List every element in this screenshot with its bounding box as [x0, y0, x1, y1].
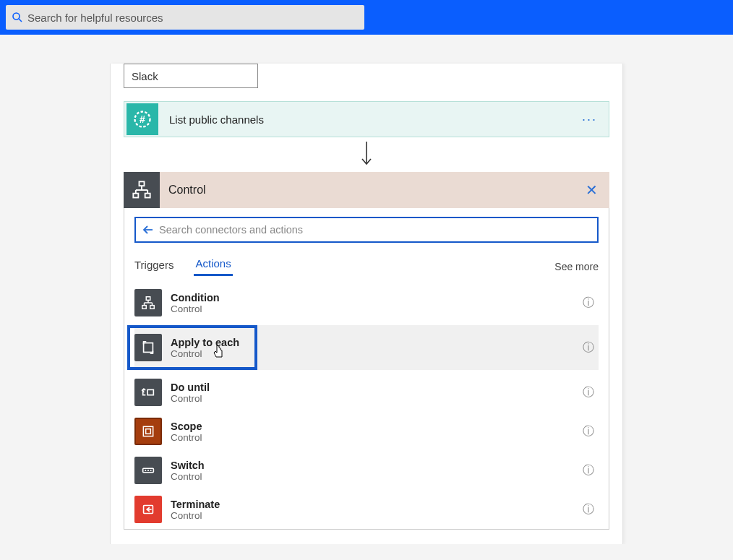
control-panel-header: Control ✕	[124, 172, 609, 208]
svg-text:#: #	[140, 113, 145, 125]
tab-actions[interactable]: Actions	[194, 257, 232, 276]
svg-rect-10	[133, 194, 138, 198]
action-text: Do until Control	[171, 382, 578, 404]
action-sub: Control	[171, 432, 578, 443]
flow-arrow-icon	[124, 142, 609, 168]
action-text: Scope Control	[171, 421, 578, 443]
global-search[interactable]	[6, 5, 364, 30]
svg-rect-21	[147, 389, 153, 395]
action-item-terminate[interactable]: Terminate Control ⓘ	[134, 490, 599, 529]
action-list: Condition Control ⓘ Apply to each	[134, 283, 599, 529]
action-name: Condition	[171, 292, 578, 303]
control-title: Control	[168, 184, 574, 197]
action-item-switch[interactable]: Switch Control ⓘ	[134, 451, 599, 490]
control-icon	[124, 172, 160, 208]
switch-icon	[134, 457, 162, 484]
svg-rect-18	[142, 306, 147, 309]
trigger-title: List public channels	[169, 113, 570, 126]
slack-icon: #	[127, 103, 158, 135]
action-item-condition[interactable]: Condition Control ⓘ	[134, 283, 599, 322]
tabs-row: Triggers Actions See more	[134, 257, 599, 276]
action-text: Condition Control	[171, 292, 578, 314]
search-icon	[12, 12, 23, 23]
info-icon[interactable]: ⓘ	[578, 424, 599, 439]
svg-rect-11	[145, 194, 150, 198]
action-sub: Control	[171, 393, 578, 404]
global-search-input[interactable]	[27, 12, 359, 24]
svg-line-1	[19, 19, 22, 22]
condition-icon	[134, 289, 162, 316]
action-text: Apply to each Control	[171, 337, 250, 359]
action-item-do-until[interactable]: Do until Control ⓘ	[134, 373, 599, 412]
tutorial-highlight: Apply to each Control	[127, 325, 257, 370]
close-button[interactable]: ✕	[574, 181, 609, 199]
terminate-icon	[134, 496, 162, 523]
action-text: Switch Control	[171, 460, 578, 482]
svg-rect-5	[140, 181, 145, 186]
action-name: Do until	[171, 382, 578, 393]
top-bar	[0, 0, 733, 35]
action-name: Switch	[171, 460, 578, 471]
svg-point-0	[13, 13, 20, 20]
trigger-menu-button[interactable]: ···	[570, 112, 609, 127]
action-name: Scope	[171, 421, 578, 432]
action-sub: Control	[171, 471, 578, 482]
scope-icon	[134, 418, 162, 445]
back-arrow-icon[interactable]	[142, 223, 155, 236]
flow-column: Slack # List public channels ··· Control…	[110, 64, 623, 544]
action-name: Apply to each	[171, 337, 250, 348]
action-name: Terminate	[171, 499, 578, 510]
connector-box-slack[interactable]: Slack	[124, 64, 258, 88]
action-sub: Control	[171, 510, 578, 521]
info-icon[interactable]: ⓘ	[578, 340, 599, 356]
connector-search-input[interactable]	[159, 224, 591, 236]
loop-icon	[134, 334, 162, 361]
action-item-apply-to-each[interactable]: Apply to each Control	[134, 331, 250, 364]
trigger-card[interactable]: # List public channels ···	[124, 101, 609, 137]
action-text: Terminate Control	[171, 499, 578, 521]
action-item-scope[interactable]: Scope Control ⓘ	[134, 412, 599, 451]
info-icon[interactable]: ⓘ	[578, 463, 599, 478]
action-row-apply-to-each: Apply to each Control ⓘ	[134, 325, 599, 370]
svg-rect-19	[150, 306, 155, 309]
until-icon	[134, 379, 162, 406]
action-sub: Control	[171, 303, 578, 314]
action-sub: Control	[171, 348, 250, 359]
connector-search-row	[134, 217, 599, 243]
info-icon[interactable]: ⓘ	[578, 502, 599, 517]
see-more-link[interactable]: See more	[554, 261, 599, 272]
tab-triggers[interactable]: Triggers	[134, 259, 173, 275]
flow-canvas: Slack # List public channels ··· Control…	[0, 35, 733, 544]
svg-rect-22	[143, 426, 153, 436]
control-panel-body: Triggers Actions See more Condition Cont…	[124, 208, 609, 530]
svg-rect-23	[146, 429, 151, 434]
svg-rect-20	[144, 343, 153, 353]
info-icon[interactable]: ⓘ	[578, 296, 599, 311]
svg-rect-13	[146, 297, 150, 301]
info-icon[interactable]: ⓘ	[578, 385, 599, 400]
